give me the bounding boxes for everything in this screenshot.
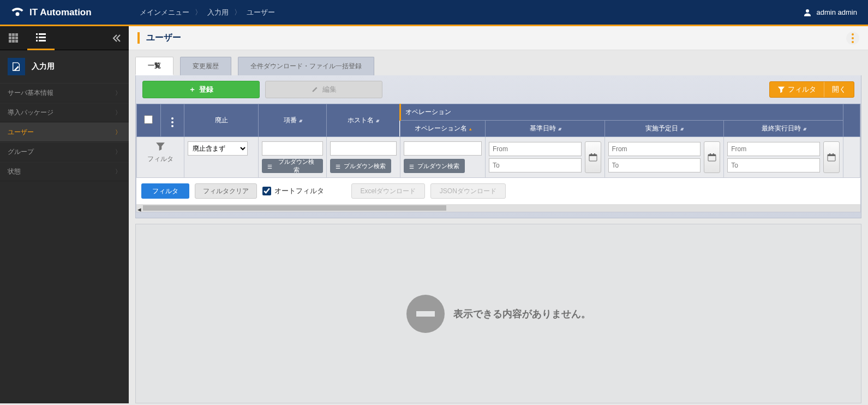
chevron-right-icon: 〉 [115, 128, 121, 136]
sidebar-item-packages[interactable]: 導入パッケージ〉 [0, 103, 129, 122]
breadcrumb-item[interactable]: 入力用 [207, 8, 229, 17]
last-exec-from-input[interactable] [727, 142, 820, 156]
sidebar-item-group[interactable]: グループ〉 [0, 142, 129, 162]
scroll-thumb[interactable] [143, 205, 446, 211]
pulldown-search-button[interactable]: プルダウン検索 [404, 159, 465, 173]
tab-bulk[interactable]: 全件ダウンロード・ファイル一括登録 [238, 57, 374, 75]
chevron-right-icon: 〉 [195, 8, 202, 17]
select-all-checkbox[interactable] [144, 115, 153, 124]
page-title: ユーザー [137, 32, 181, 44]
disable-filter-select[interactable]: 廃止含まず [188, 141, 248, 156]
product-name: IT Automation [29, 7, 92, 18]
chevron-right-icon: 〉 [115, 168, 121, 176]
user-menu[interactable]: admin admin [803, 8, 857, 17]
no-entry-icon [406, 295, 445, 333]
svg-rect-7 [15, 37, 18, 39]
svg-rect-9 [12, 40, 15, 43]
button-label: 開く [832, 85, 846, 94]
horizontal-scrollbar[interactable]: ◂ [136, 204, 860, 212]
user-icon [803, 8, 812, 17]
collapse-sidebar-button[interactable] [105, 26, 129, 50]
button-label: プルダウン検索 [276, 158, 318, 174]
svg-rect-5 [9, 37, 11, 39]
sched-date-to-input[interactable] [608, 158, 701, 172]
col-last-exec[interactable]: 最終実行日時 [724, 121, 843, 137]
breadcrumb-item[interactable]: メインメニュー [140, 8, 189, 17]
svg-rect-13 [36, 37, 38, 38]
col-item-no[interactable]: 項番 [258, 104, 326, 137]
item-no-filter-input[interactable] [262, 141, 323, 156]
sidebar-item-user[interactable]: ユーザー〉 [0, 122, 129, 142]
logo-area[interactable]: IT Automation [0, 7, 129, 19]
page-menu-button[interactable] [846, 32, 859, 45]
col-label: オペレーション [405, 108, 451, 116]
chevron-right-icon: 〉 [234, 8, 241, 17]
svg-rect-11 [36, 33, 38, 35]
pencil-icon [312, 85, 319, 94]
calendar-button[interactable] [823, 141, 840, 173]
calendar-icon [589, 153, 597, 162]
auto-filter-checkbox[interactable] [262, 187, 271, 195]
grid-view-tab[interactable] [0, 26, 27, 50]
sidebar-item-label: サーバ基本情報 [8, 88, 53, 98]
col-disable[interactable]: 廃止 [184, 104, 258, 137]
sidebar-item-label: 導入パッケージ [8, 108, 53, 117]
tab-list[interactable]: 一覧 [135, 57, 173, 75]
base-date-to-input[interactable] [489, 158, 582, 172]
apply-filter-button[interactable]: フィルタ [141, 183, 189, 199]
pulldown-search-button[interactable]: プルダウン検索 [262, 159, 323, 173]
calendar-icon [708, 153, 716, 162]
calendar-button[interactable] [704, 141, 720, 173]
list-icon [336, 163, 341, 169]
svg-rect-8 [9, 40, 11, 43]
row-menu-header[interactable] [160, 104, 184, 137]
col-label: 基準日時 [530, 124, 556, 132]
filter-disable-cell: 廃止含まず [184, 137, 258, 178]
register-button[interactable]: 登録 [142, 81, 260, 98]
auto-filter-toggle[interactable]: オートフィルタ [262, 186, 324, 196]
svg-point-1 [806, 9, 809, 13]
json-download-button[interactable]: JSONダウンロード [430, 183, 506, 199]
sidebar-item-status[interactable]: 状態〉 [0, 162, 129, 181]
breadcrumb-item[interactable]: ユーザー [247, 8, 275, 17]
clear-filter-button[interactable]: フィルタクリア [195, 183, 257, 199]
sidebar-item-server-basic[interactable]: サーバ基本情報〉 [0, 83, 129, 103]
tab-body: 登録 編集 フィルタ 開く 廃止 項番 [135, 75, 861, 218]
last-exec-to-input[interactable] [727, 158, 820, 172]
col-base-date[interactable]: 基準日時 [486, 121, 605, 137]
col-sched-date[interactable]: 実施予定日 [604, 121, 724, 137]
svg-rect-20 [594, 153, 595, 155]
col-group-operation: オペレーション [400, 104, 843, 121]
col-label: 項番 [284, 116, 297, 124]
pulldown-search-button[interactable]: プルダウン検索 [330, 159, 391, 173]
sidebar-section-label: 入力用 [32, 62, 55, 72]
edit-button[interactable]: 編集 [265, 81, 382, 98]
filter-base-date-cell [486, 137, 605, 178]
excel-download-button[interactable]: Excelダウンロード [351, 183, 425, 199]
tab-label: 全件ダウンロード・ファイル一括登録 [250, 62, 362, 71]
sidebar-item-label: 状態 [8, 167, 21, 176]
host-filter-input[interactable] [330, 141, 397, 156]
op-name-filter-input[interactable] [404, 141, 482, 156]
sched-date-from-input[interactable] [608, 142, 701, 156]
filter-open-button[interactable]: フィルタ 開く [769, 81, 854, 98]
base-date-from-input[interactable] [489, 142, 582, 156]
calendar-button[interactable] [585, 141, 601, 173]
scroll-left-arrow[interactable]: ◂ [137, 205, 143, 211]
logo-icon [10, 7, 25, 19]
button-label: 登録 [199, 85, 213, 94]
svg-rect-4 [15, 33, 18, 36]
sort-icon [374, 116, 378, 124]
col-label: オペレーション名 [415, 124, 467, 132]
filter-sched-date-cell [604, 137, 724, 178]
button-label: 編集 [322, 85, 337, 94]
col-op-name[interactable]: オペレーション名 [400, 121, 485, 137]
tab-history[interactable]: 変更履歴 [180, 57, 231, 75]
list-view-tab[interactable] [27, 26, 55, 50]
calendar-icon [827, 153, 836, 162]
col-host[interactable]: ホスト名 [326, 104, 400, 137]
svg-rect-16 [39, 40, 46, 41]
filter-last-exec-cell [724, 137, 843, 178]
funnel-icon [777, 86, 785, 93]
svg-rect-19 [591, 153, 592, 155]
